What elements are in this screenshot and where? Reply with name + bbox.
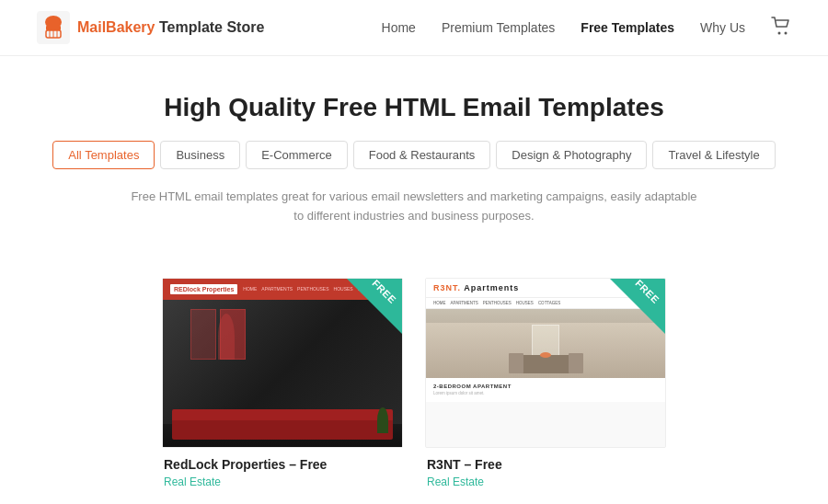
hero-section: High Quality Free HTML Email Templates A…: [0, 56, 828, 278]
svg-point-8: [785, 31, 788, 34]
filter-tabs: All Templates Business E-Commerce Food &…: [18, 141, 810, 169]
tab-all-templates[interactable]: All Templates: [52, 141, 155, 169]
redlock-logo: REDlock Properties: [170, 284, 237, 294]
card-r3nt[interactable]: R3NT. Apartments ▶ View Online HOME APAR…: [425, 278, 666, 492]
logo-text: MailBakery Template Store: [77, 19, 264, 36]
hero-title: High Quality Free HTML Email Templates: [18, 93, 810, 122]
r3nt-apt-label: 2-BEDROOM APARTMENT: [433, 384, 658, 389]
main-nav: Home Premium Templates Free Templates Wh…: [382, 17, 791, 40]
tab-business[interactable]: Business: [160, 141, 240, 169]
card-redlock-title: RedLock Properties – Free: [164, 457, 401, 472]
card-r3nt-info: R3NT – Free Real Estate: [425, 448, 666, 492]
tab-travel-lifestyle[interactable]: Travel & Lifestyle: [652, 141, 775, 169]
cart-icon[interactable]: [771, 17, 791, 40]
page-description: Free HTML email templates great for vari…: [129, 188, 699, 226]
r3nt-lorem: Lorem ipsum dolor sit amet.: [433, 391, 658, 396]
logo[interactable]: MailBakery Template Store: [37, 11, 264, 44]
cards-grid: REDlock Properties HOME APARTMENTS PENTH…: [0, 278, 828, 504]
card-redlock[interactable]: REDlock Properties HOME APARTMENTS PENTH…: [162, 278, 403, 492]
r3nt-logo: R3NT. Apartments: [433, 283, 519, 292]
card-redlock-category[interactable]: Real Estate: [164, 475, 401, 488]
site-header: MailBakery Template Store Home Premium T…: [0, 0, 828, 56]
logo-icon: [37, 11, 70, 44]
nav-why-us[interactable]: Why Us: [700, 20, 745, 35]
card-r3nt-title: R3NT – Free: [427, 457, 664, 472]
tab-food-restaurants[interactable]: Food & Restaurants: [353, 141, 491, 169]
svg-point-7: [778, 31, 781, 34]
card-r3nt-image: R3NT. Apartments ▶ View Online HOME APAR…: [425, 278, 666, 448]
tab-design-photography[interactable]: Design & Photography: [496, 141, 647, 169]
card-r3nt-category[interactable]: Real Estate: [427, 475, 664, 488]
tab-ecommerce[interactable]: E-Commerce: [246, 141, 348, 169]
card-redlock-info: RedLock Properties – Free Real Estate: [162, 448, 403, 492]
card-redlock-image: REDlock Properties HOME APARTMENTS PENTH…: [162, 278, 403, 448]
nav-premium-templates[interactable]: Premium Templates: [442, 20, 555, 35]
nav-free-templates[interactable]: Free Templates: [581, 20, 674, 35]
nav-home[interactable]: Home: [382, 20, 416, 35]
